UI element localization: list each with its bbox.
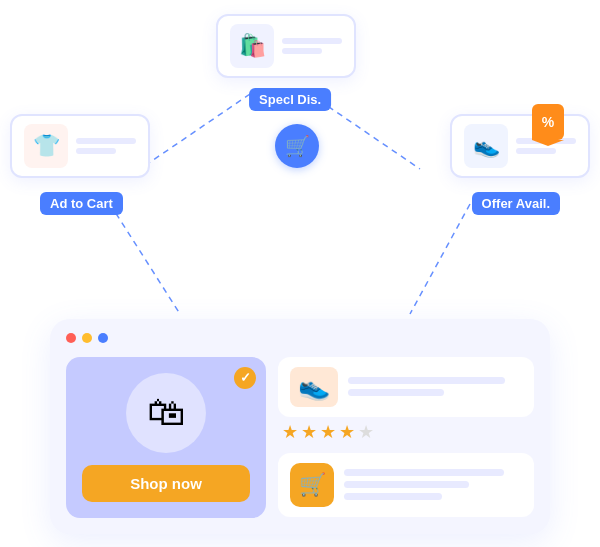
- product-lines: [348, 377, 522, 396]
- product-card: 👟 ★ ★ ★ ★ ★: [278, 357, 534, 443]
- card-line: [282, 48, 322, 54]
- special-discount-icon: 🛍️: [230, 24, 274, 68]
- card-line: [76, 138, 136, 144]
- svg-line-2: [110, 204, 180, 314]
- product-image: 👟: [290, 367, 338, 407]
- svg-line-0: [140, 94, 250, 169]
- browser-right-panel: 👟 ★ ★ ★ ★ ★: [278, 357, 534, 518]
- card-lines-top: [282, 38, 342, 54]
- star-3: ★: [320, 421, 336, 443]
- add-to-cart-card: 👕: [10, 114, 150, 178]
- cart-card-lines: [344, 469, 522, 500]
- svg-line-3: [410, 204, 470, 314]
- shop-now-button[interactable]: Shop now: [82, 465, 250, 502]
- card-line: [516, 148, 556, 154]
- star-rating: ★ ★ ★ ★ ★: [282, 421, 530, 443]
- product-line: [348, 389, 444, 396]
- cart-line: [344, 493, 442, 500]
- offer-available-card: 👟: [450, 114, 590, 178]
- product-line: [348, 377, 505, 384]
- cart-action-card: 🛒: [278, 453, 534, 517]
- offer-available-label: Offer Avail.: [472, 192, 560, 215]
- dot-red: [66, 333, 76, 343]
- browser-window: ✓ 🛍 Shop now 👟: [50, 319, 550, 534]
- dot-blue: [98, 333, 108, 343]
- main-scene: 🛍️ Specl Dis. 👕 Ad to Cart 🛒 👟 Offer Ava…: [20, 14, 580, 534]
- star-4: ★: [339, 421, 355, 443]
- cart-line: [344, 469, 504, 476]
- star-2: ★: [301, 421, 317, 443]
- special-discount-card: 🛍️: [216, 14, 356, 78]
- cart-icon-box: 🛒: [290, 463, 334, 507]
- cart-hanging-tag: 🛒: [275, 124, 319, 168]
- bag-icon: 🛍: [126, 373, 206, 453]
- product-card-inner: 👟: [278, 357, 534, 417]
- card-lines-left: [76, 138, 136, 154]
- shoe-icon: 👟: [464, 124, 508, 168]
- browser-dots: [66, 333, 534, 343]
- card-line: [282, 38, 342, 44]
- star-1: ★: [282, 421, 298, 443]
- percent-price-tag: %: [532, 104, 564, 140]
- browser-content: ✓ 🛍 Shop now 👟: [66, 357, 534, 518]
- cart-line: [344, 481, 469, 488]
- browser-left-panel: ✓ 🛍 Shop now: [66, 357, 266, 518]
- special-discount-label: Specl Dis.: [249, 88, 331, 111]
- dot-yellow: [82, 333, 92, 343]
- check-badge: ✓: [234, 367, 256, 389]
- shirt-icon: 👕: [24, 124, 68, 168]
- add-to-cart-label: Ad to Cart: [40, 192, 123, 215]
- card-line: [76, 148, 116, 154]
- star-5: ★: [358, 421, 374, 443]
